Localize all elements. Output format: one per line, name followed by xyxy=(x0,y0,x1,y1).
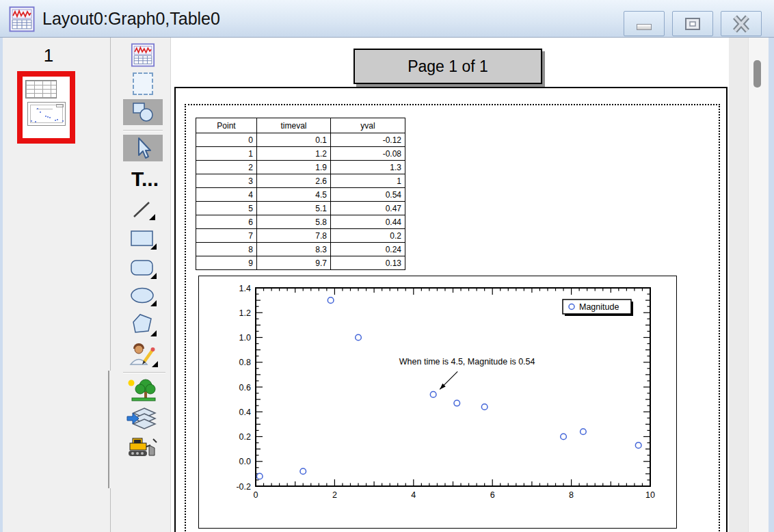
layout-window: Layout0:Graph0,Table0 1 xyxy=(0,0,774,532)
scrollbar-thumb[interactable] xyxy=(753,60,761,88)
table-cell: 1.3 xyxy=(331,161,405,174)
y-tick-label: 1.2 xyxy=(239,308,251,318)
chart-legend: Magnitude xyxy=(563,300,633,316)
table-column-header: yval xyxy=(331,118,405,133)
arrow-tool[interactable] xyxy=(123,135,163,161)
rounded-rectangle-tool[interactable] xyxy=(126,255,159,281)
table-cell: 9 xyxy=(196,256,257,270)
line-tool[interactable] xyxy=(127,196,157,222)
tree-icon xyxy=(126,377,158,403)
table-cell: 4.5 xyxy=(257,188,331,202)
marquee-icon xyxy=(133,72,153,95)
window-frame-right xyxy=(769,38,774,532)
page-indicator-button[interactable]: Page 1 of 1 xyxy=(353,49,542,84)
toolbar-separator xyxy=(123,130,163,131)
table-cell: -0.08 xyxy=(331,147,405,161)
y-tick-label: 0.4 xyxy=(239,408,251,417)
table-cell: 7.8 xyxy=(257,229,331,243)
table-row: 21.91.3 xyxy=(196,161,405,174)
close-button[interactable] xyxy=(721,11,762,36)
flyout-triangle-icon xyxy=(150,273,157,279)
data-point xyxy=(430,392,436,398)
shapes-select-tool[interactable] xyxy=(123,99,163,125)
table-column-header: timeval xyxy=(257,118,331,133)
table-row: 88.30.24 xyxy=(196,243,405,256)
graph-table-icon xyxy=(131,43,155,67)
bulldozer-tool[interactable] xyxy=(123,434,161,461)
window-title: Layout0:Graph0,Table0 xyxy=(42,0,220,38)
flyout-triangle-icon xyxy=(152,361,158,367)
x-tick-label: 8 xyxy=(569,490,574,500)
maximize-button[interactable] xyxy=(672,11,713,36)
cursor-arrow-icon xyxy=(133,137,153,160)
table-cell: 9.7 xyxy=(257,256,331,270)
table-cell: 0 xyxy=(196,133,257,147)
layers-tool[interactable] xyxy=(124,406,160,432)
tree-tool[interactable] xyxy=(124,376,160,405)
minimize-button[interactable] xyxy=(624,11,665,36)
close-icon xyxy=(731,15,751,33)
title-bar: Layout0:Graph0,Table0 xyxy=(0,0,774,38)
layout-canvas: Page 1 of 1 Pointtimevalyval 00.1-0.1211… xyxy=(171,38,729,532)
table-row: 44.50.54 xyxy=(196,188,405,202)
table-object[interactable]: Pointtimevalyval 00.1-0.1211.2-0.0821.91… xyxy=(196,118,405,270)
data-point xyxy=(356,334,362,341)
table-cell: 0.47 xyxy=(331,202,405,215)
table-row: 55.10.47 xyxy=(196,202,405,215)
legend-label: Magnitude xyxy=(579,302,619,312)
minimize-icon xyxy=(637,24,652,30)
flyout-triangle-icon xyxy=(150,330,157,336)
x-tick-label: 2 xyxy=(332,490,337,500)
vertical-scrollbar[interactable] xyxy=(748,38,769,532)
layers-icon xyxy=(126,407,158,431)
toolbar-separator xyxy=(123,372,165,373)
ellipse-tool[interactable] xyxy=(126,282,159,308)
canvas-right-margin xyxy=(729,38,748,532)
thumbnail-mini-graph xyxy=(27,102,66,126)
flyout-triangle-icon xyxy=(150,243,157,250)
table-cell: 0.54 xyxy=(331,188,405,202)
table-cell: 4 xyxy=(196,188,257,202)
plot-frame xyxy=(256,288,650,486)
y-tick-label: 1.4 xyxy=(239,284,251,293)
page-marquee-tool[interactable] xyxy=(131,71,155,96)
y-tick-label: 0.2 xyxy=(239,432,251,442)
rectangle-tool[interactable] xyxy=(126,226,159,252)
layout-table: Pointtimevalyval 00.1-0.1211.2-0.0821.91… xyxy=(196,118,405,270)
table-cell: 8 xyxy=(196,243,257,256)
data-point xyxy=(328,297,334,304)
y-tick-label: 0.6 xyxy=(239,383,251,393)
table-cell: 0.24 xyxy=(331,243,405,256)
data-point xyxy=(454,400,460,406)
table-cell: 0.2 xyxy=(331,229,405,243)
layout-toolbar: T... xyxy=(111,38,171,532)
x-tick-label: 6 xyxy=(490,490,495,500)
bulldozer-icon xyxy=(126,435,159,460)
table-cell: 0.13 xyxy=(331,256,405,270)
table-row: 32.61 xyxy=(196,174,405,188)
layout-object-tool[interactable] xyxy=(129,42,157,68)
thumbnail-page-number: 1 xyxy=(21,45,76,66)
magnitude-scatter-chart: 0246810-0.20.00.20.40.60.81.01.21.4When … xyxy=(199,276,676,528)
draw-tool[interactable] xyxy=(124,339,160,369)
x-tick-label: 0 xyxy=(254,490,258,500)
maximize-icon xyxy=(685,18,700,30)
y-tick-label: -0.2 xyxy=(236,482,251,492)
table-cell: 1 xyxy=(196,147,257,161)
table-cell: 8.3 xyxy=(257,243,331,256)
table-cell: 5 xyxy=(196,202,257,215)
page-thumbnail[interactable] xyxy=(17,71,75,144)
graph-object[interactable]: 0246810-0.20.00.20.40.60.81.01.21.4When … xyxy=(198,276,677,529)
table-cell: 1 xyxy=(331,174,405,188)
table-cell: -0.12 xyxy=(331,133,405,147)
table-cell: 3 xyxy=(196,174,257,188)
data-point xyxy=(256,473,263,479)
polygon-tool[interactable] xyxy=(126,310,159,338)
text-tool[interactable]: T... xyxy=(124,166,165,192)
legend-marker-icon xyxy=(569,304,574,310)
annotation-text: When time is 4.5, Magnitude is 0.54 xyxy=(399,357,535,367)
thumbnail-mini-table xyxy=(25,80,57,98)
table-cell: 2.6 xyxy=(257,174,331,188)
table-row: 65.80.44 xyxy=(196,215,405,229)
data-point xyxy=(300,468,306,475)
